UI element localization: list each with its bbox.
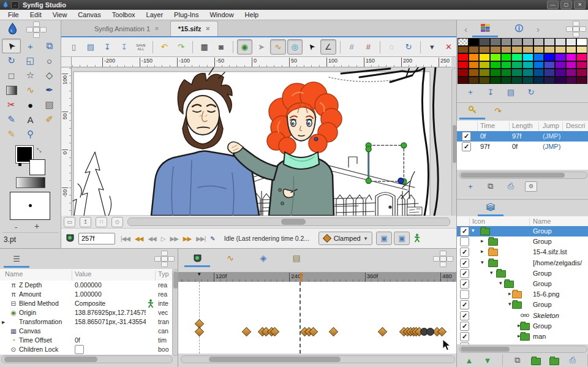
spline-tool[interactable]: ∿ <box>21 83 40 97</box>
palette-color[interactable] <box>555 61 566 69</box>
seek-begin-button[interactable]: |◀◀ <box>119 235 132 242</box>
palette-color[interactable] <box>522 46 533 54</box>
palette-color[interactable] <box>566 46 577 54</box>
waypoint[interactable] <box>378 327 388 337</box>
palette-color[interactable] <box>511 38 522 46</box>
gradient-tool[interactable] <box>2 83 21 97</box>
palette-color[interactable] <box>458 46 469 54</box>
raise-layer-button[interactable]: ▲ <box>463 355 475 366</box>
edit-radius-handles-toggle[interactable]: ◎ <box>287 39 303 55</box>
palette-color[interactable] <box>469 38 480 46</box>
layer-checkbox[interactable]: ✓ <box>460 259 469 268</box>
sketch-tool[interactable]: ✎ <box>2 127 21 142</box>
expander-icon[interactable]: ▾ <box>472 227 475 233</box>
export-layer-button[interactable]: ⎙ <box>567 355 579 366</box>
draw-tool[interactable]: ✒ <box>40 83 59 97</box>
close-canvas-button[interactable]: ✕ <box>441 39 456 55</box>
waypoint-circle[interactable] <box>426 328 434 336</box>
angle-handles-toggle[interactable]: ∠ <box>320 39 336 55</box>
duplicate-keyframe-button[interactable]: ⧉ <box>484 181 497 192</box>
palette-color[interactable] <box>511 69 522 77</box>
palette-color[interactable] <box>501 53 512 61</box>
expander-icon[interactable]: ▾ <box>481 259 484 265</box>
brush-tool[interactable]: ▧ <box>40 97 59 112</box>
palette-color[interactable] <box>522 69 533 77</box>
background-color-swatch[interactable] <box>29 159 45 175</box>
tab-layers[interactable] <box>478 200 503 216</box>
save-as-button[interactable]: ↧ <box>116 39 132 55</box>
lock-past-keyframe-button[interactable]: ▣ <box>376 232 392 245</box>
save-all-button[interactable]: SAVEALL <box>133 39 148 55</box>
layer-checkbox[interactable]: ✓ <box>460 300 469 309</box>
expander-icon[interactable]: ▸ <box>481 248 484 254</box>
minimize-button[interactable]: — <box>547 1 559 9</box>
mirror-tool[interactable]: ⧉ <box>40 39 59 53</box>
layer-checkbox[interactable]: ✓ <box>460 237 469 246</box>
canvas-tab-1[interactable]: Synfig Animation 1✕ <box>87 21 167 36</box>
eyedrop-tool[interactable]: ✎ <box>2 112 21 127</box>
palette-color[interactable] <box>458 53 469 61</box>
tab-keyframes[interactable] <box>459 103 485 119</box>
time-loop-button[interactable]: ◇ <box>111 217 123 227</box>
layer-row-skeleton[interactable]: ✓Skeleton <box>457 311 588 321</box>
palette-color[interactable] <box>479 38 490 46</box>
palette-color[interactable] <box>490 53 501 61</box>
expander-icon[interactable]: ▸ <box>481 238 484 244</box>
palette-color[interactable] <box>479 69 490 77</box>
palette-color[interactable] <box>490 61 501 69</box>
expander-icon[interactable]: ▸ <box>2 318 5 325</box>
palette-color[interactable] <box>511 46 522 54</box>
keyframe-properties-button[interactable]: ⚙ <box>525 181 537 192</box>
expander-icon[interactable]: ▸ <box>508 290 511 297</box>
interpolation-dropdown[interactable]: Clamped ▾ <box>318 232 373 245</box>
palette-color[interactable] <box>501 69 512 77</box>
layer-row-group[interactable]: ✓▾Group <box>457 226 588 236</box>
expander-icon[interactable]: ▾ <box>490 270 493 276</box>
param-row-blend-method[interactable]: ⊟Blend MethodCompositeinte <box>0 299 172 308</box>
param-row-origin[interactable]: ◉Origin138.876925px,12.714575vec <box>0 308 172 317</box>
palette-color[interactable] <box>458 69 469 77</box>
brush-preview[interactable] <box>10 192 50 220</box>
palette-color[interactable] <box>576 77 587 85</box>
new-layer-button[interactable] <box>548 355 560 366</box>
tab-scroll-right-button[interactable]: › <box>532 24 545 34</box>
palette-color[interactable] <box>490 38 501 46</box>
param-row-amount[interactable]: πAmount1.000000rea <box>0 290 172 299</box>
transform-tool[interactable]: ➤ <box>2 39 21 53</box>
palette-color[interactable] <box>544 53 555 61</box>
layer-checkbox[interactable]: ✓ <box>460 248 469 257</box>
keyframe-marker-icon[interactable]: ▼ <box>197 271 202 277</box>
menu-layer[interactable]: Layer <box>141 10 169 19</box>
refresh-canvas-button[interactable]: ↻ <box>401 39 416 55</box>
palette-color[interactable] <box>533 61 545 69</box>
time-cursor[interactable] <box>300 273 302 281</box>
keyframe-jump-link[interactable]: (JMP) <box>543 132 560 140</box>
play-button[interactable]: ▷ <box>159 235 167 242</box>
next-frame-button[interactable]: ▶▶ <box>168 235 179 242</box>
canvas-horizontal-scrollbar[interactable] <box>127 218 450 226</box>
palette-color[interactable] <box>458 38 469 46</box>
tab-history[interactable]: ↷ <box>485 104 511 118</box>
timetrack-shield-icon[interactable] <box>66 233 75 244</box>
expander-icon[interactable]: ▾ <box>499 280 502 286</box>
edit-vertex-handles-toggle[interactable]: ➤ <box>254 39 269 55</box>
palette-color[interactable] <box>522 77 533 85</box>
lock-future-keyframe-button[interactable]: ▣ <box>394 232 410 245</box>
layer-row-group[interactable]: ✓▾Group <box>457 279 588 289</box>
param-row-z-depth[interactable]: πZ Depth0.000000rea <box>0 281 172 290</box>
tab-timetrack[interactable] <box>184 251 210 267</box>
pane-dock-control[interactable] <box>26 21 46 37</box>
palette-color[interactable] <box>533 38 545 46</box>
onion-skin-toggle-button[interactable]: ↥ <box>80 217 91 227</box>
palette-color[interactable] <box>522 61 533 69</box>
swap-colors-icon[interactable]: ⤡ <box>37 147 41 154</box>
layer-checkbox[interactable]: ✓ <box>460 332 469 341</box>
palette-color[interactable] <box>544 38 555 46</box>
param-row-canvas[interactable]: ▦Canvascan <box>0 327 172 336</box>
grid-toggle-button[interactable]: # <box>344 39 359 55</box>
new-group-button[interactable] <box>530 355 542 366</box>
layer-row-group[interactable]: ✓▸Group <box>457 321 588 331</box>
waypoint[interactable] <box>329 327 339 337</box>
next-keyframe-button[interactable]: ▶▶ <box>181 235 193 242</box>
menu-toolbox[interactable]: Toolbox <box>107 10 141 19</box>
